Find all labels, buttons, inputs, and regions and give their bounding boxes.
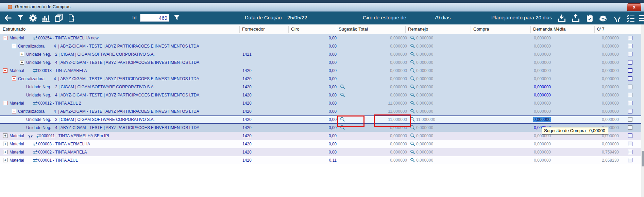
remanejo-magnifier-icon[interactable] xyxy=(410,101,415,107)
row-checkbox[interactable] xyxy=(628,68,632,73)
remanejo-magnifier-icon[interactable] xyxy=(410,133,415,139)
remanejo-magnifier-icon[interactable] xyxy=(410,68,415,74)
giro-magnifier-icon[interactable] xyxy=(340,92,345,98)
remanejo-magnifier-icon[interactable] xyxy=(410,149,415,156)
row-checkbox[interactable] xyxy=(628,36,632,40)
expand-node-button[interactable]: + xyxy=(3,158,7,162)
row-checkbox[interactable] xyxy=(628,52,632,56)
remanejo-magnifier-icon[interactable] xyxy=(410,52,415,58)
row-checkbox[interactable] xyxy=(628,150,632,154)
split-flow-icon[interactable] xyxy=(613,14,622,24)
row-checkbox[interactable] xyxy=(628,109,632,113)
grid-row[interactable]: +Unidade Neg.2 | CIGAM | CIGAM SOFTWARE … xyxy=(0,50,641,58)
toolbar: Id Data de Criação 25/05/22 Giro de esto… xyxy=(0,12,644,24)
tree-node-description: 4 | ABYZ-CIGAM - TESTE | ABYZ PARTICIPAC… xyxy=(55,91,199,99)
copy-documents-icon[interactable] xyxy=(54,14,63,24)
collapse-node-button[interactable]: − xyxy=(12,109,16,113)
back-arrow-icon[interactable] xyxy=(3,14,13,24)
menu-icon[interactable] xyxy=(638,14,644,24)
row-checkbox[interactable] xyxy=(628,44,632,48)
row-checkbox[interactable] xyxy=(628,85,632,89)
tree-node-description: 4 | ABYZ-CIGAM - TESTE | ABYZ PARTICIPAC… xyxy=(54,75,199,83)
fornecedor-value: 1420 xyxy=(242,91,252,99)
column-header-demanda-m-dia[interactable]: Demanda Média xyxy=(533,24,565,34)
grid-row[interactable]: −Material000013 - TINTA AMARELA14200,000… xyxy=(0,67,641,75)
collapse-node-button[interactable]: − xyxy=(3,36,7,40)
row-checkbox[interactable] xyxy=(628,125,632,130)
scrollbar-thumb[interactable] xyxy=(642,151,644,166)
column-header-giro[interactable]: Giro xyxy=(291,24,300,34)
grid-row-selected[interactable]: Unidade Neg.2 | CIGAM | CIGAM SOFTWARE C… xyxy=(0,115,641,124)
bar-chart-icon[interactable] xyxy=(41,14,50,24)
row-checkbox[interactable] xyxy=(628,101,632,105)
filter-icon[interactable] xyxy=(173,14,181,23)
remanejo-magnifier-icon[interactable] xyxy=(410,60,415,66)
grid-row[interactable]: +Material000001 - TINTA AZUL14200,110,00… xyxy=(0,156,641,164)
remanejo-magnifier-icon[interactable] xyxy=(410,158,415,164)
expand-node-button[interactable]: + xyxy=(3,142,7,146)
sugestao-total-value: 0,000000 xyxy=(373,75,407,83)
tree-node-type-label: Material xyxy=(10,67,24,75)
collapse-node-button[interactable]: − xyxy=(12,76,16,81)
import-download-icon[interactable] xyxy=(557,14,566,24)
export-upload-icon[interactable] xyxy=(571,14,580,24)
row-checkbox[interactable] xyxy=(628,76,632,81)
demanda-media-value: 2,658230 xyxy=(587,156,619,164)
row-checkbox[interactable] xyxy=(628,158,632,162)
grid-row[interactable]: +Material000003 - TINTA VERMELHA14200,00… xyxy=(0,140,641,148)
tree-node-description: 000003 - TINTA VERMELHA xyxy=(38,140,90,148)
row-checkbox[interactable] xyxy=(628,142,632,146)
grid-row[interactable]: +Unidade Neg.4 | ABYZ-CIGAM - TESTE | AB… xyxy=(0,58,641,67)
row-checkbox[interactable] xyxy=(628,133,632,138)
remanejo-value: 0,000000 xyxy=(416,132,433,140)
grid-row[interactable]: Unidade Neg.2 | CIGAM | CIGAM SOFTWARE C… xyxy=(0,83,641,91)
column-header-0-7[interactable]: 0/ 7 xyxy=(597,24,605,34)
checklist-icon[interactable] xyxy=(626,14,635,24)
remanejo-magnifier-icon[interactable] xyxy=(410,43,415,50)
grid-row[interactable]: Unidade Neg.4 | ABYZ-CIGAM - TESTE | ABY… xyxy=(0,91,641,99)
column-header-estruturado[interactable]: Estruturado xyxy=(3,24,26,34)
expand-node-button[interactable]: + xyxy=(20,52,24,56)
compra-value-editing[interactable]: 0,000000 xyxy=(519,115,551,124)
remanejo-magnifier-icon[interactable] xyxy=(410,92,415,98)
package-box-icon[interactable] xyxy=(598,14,608,24)
new-document-icon[interactable] xyxy=(67,14,75,24)
compra-selected-text[interactable]: 0,000000 xyxy=(533,117,551,122)
grid-body: −Material000254 - TINTA VERMELHA new0,00… xyxy=(0,34,641,164)
grid-row[interactable]: −Material000254 - TINTA VERMELHA new0,00… xyxy=(0,34,641,42)
giro-magnifier-icon[interactable] xyxy=(340,84,345,90)
expand-node-button[interactable]: + xyxy=(20,60,24,65)
remanejo-magnifier-icon[interactable] xyxy=(410,141,415,147)
remanejo-magnifier-icon[interactable] xyxy=(410,84,415,90)
grid-row[interactable]: −Centralizadora4 | ABYZ-CIGAM - TESTE | … xyxy=(0,42,641,50)
compra-value: 0,000000 xyxy=(519,75,551,83)
collapse-node-button[interactable]: − xyxy=(3,68,7,73)
filter-icon[interactable] xyxy=(16,14,24,23)
column-header-fornecedor[interactable]: Fornecedor xyxy=(242,24,265,34)
column-header-remanejo[interactable]: Remanejo xyxy=(408,24,428,34)
grid-row[interactable]: −Centralizadora4 | ABYZ-CIGAM - TESTE | … xyxy=(0,75,641,83)
expand-node-button[interactable]: + xyxy=(3,150,7,154)
compra-value[interactable]: 0,000000 xyxy=(519,91,551,99)
collapse-node-button[interactable]: − xyxy=(3,101,7,105)
row-checkbox[interactable] xyxy=(628,117,632,122)
row-checkbox[interactable] xyxy=(628,60,632,65)
collapse-node-button[interactable]: − xyxy=(12,44,16,48)
column-header-compra[interactable]: Compra xyxy=(473,24,489,34)
grid-row[interactable]: −Material000012 - TINTA AZUL 214200,0011… xyxy=(0,99,641,107)
clipboard-task-icon[interactable] xyxy=(586,14,594,24)
column-header-sugest-o-total[interactable]: Sugestão Total xyxy=(339,24,368,34)
vertical-scrollbar[interactable] xyxy=(641,24,644,197)
grid-row[interactable]: −Centralizadora4 | ABYZ-CIGAM - TESTE | … xyxy=(0,107,641,115)
row-checkbox[interactable] xyxy=(628,93,632,97)
expand-node-button[interactable]: + xyxy=(3,133,7,138)
settings-gear-icon[interactable] xyxy=(29,14,37,24)
id-input[interactable] xyxy=(140,14,169,22)
compra-value[interactable]: 0,000000 xyxy=(519,83,551,91)
close-button[interactable]: x xyxy=(627,3,641,11)
remanejo-magnifier-icon[interactable] xyxy=(410,76,415,82)
remanejo-magnifier-icon[interactable] xyxy=(410,109,415,115)
grid-row[interactable]: +Material000002 - TINTA AMARELA14200,000… xyxy=(0,148,641,156)
demanda-media-value: 0,000000 xyxy=(587,75,619,83)
remanejo-magnifier-icon[interactable] xyxy=(410,35,415,41)
